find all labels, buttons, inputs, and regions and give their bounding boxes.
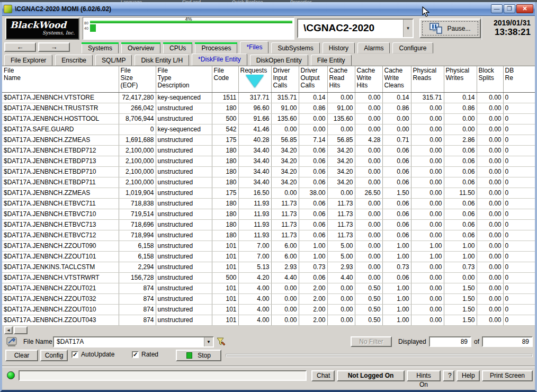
table-row[interactable]: $DAT17A.JENBNCH.ETBDP7102,100,000unstruc… xyxy=(2,166,535,177)
column-header-physical-writes[interactable]: PhysicalWrites xyxy=(444,66,477,92)
cell: 38.00 xyxy=(299,188,327,198)
filter-edit-icon[interactable] xyxy=(216,336,227,347)
tab-processes[interactable]: Processes xyxy=(195,42,237,54)
column-header-cache-read-hits[interactable]: CacheReadHits xyxy=(327,66,355,92)
cell: 0.00 xyxy=(411,135,444,145)
table-row[interactable]: $DAT17A.JENBNCH.ETBVC713718,696unstructu… xyxy=(2,219,535,230)
cell: 500 xyxy=(212,113,238,124)
column-header-requests[interactable]: Requests xyxy=(238,66,271,92)
tab-subsystems[interactable]: SubSystems xyxy=(271,42,319,54)
file-name-value[interactable]: $DAT17A xyxy=(54,337,204,346)
cell: 0.00 xyxy=(355,113,382,124)
table-row[interactable]: $DAT17A.JENBNCH.ETBVC710719,514unstructu… xyxy=(2,209,535,219)
table-row[interactable]: $DAT17A.JENBNCH.ETBDP7132,100,000unstruc… xyxy=(2,156,535,166)
system-select-combo[interactable]: \CGNAC2-2020 ▼ xyxy=(297,19,414,38)
maximize-button[interactable]: ❐ xyxy=(504,4,515,13)
table-header-row: FileNameFileSize(EOF)FileTypeDescription… xyxy=(2,66,535,92)
subtab-diskfile-entity[interactable]: *DiskFile Entity xyxy=(192,54,247,66)
subtab-disk-entity-l-h[interactable]: Disk Entity L/H xyxy=(135,55,189,66)
column-header-physical-reads[interactable]: PhysicalReads xyxy=(411,66,444,92)
close-button[interactable]: ✕ xyxy=(516,4,533,13)
tab-cpus[interactable]: CPUs xyxy=(163,42,192,54)
subtab-diskopen-entity[interactable]: DiskOpen Entity xyxy=(250,55,308,66)
logo-line2: Systems, Inc. xyxy=(10,30,75,35)
not-logged-on-button[interactable]: Not Logged On xyxy=(337,370,405,381)
column-header-cache-write-hits[interactable]: CacheWriteHits xyxy=(355,66,382,92)
hscroll-thumb[interactable] xyxy=(14,326,28,334)
table-row[interactable]: $DAT17A.JENBNCH.ZZOUT032874unstructured1… xyxy=(2,293,535,304)
table-row[interactable]: $DAT17A.JENBNCH.ZZOUT043874unstructured1… xyxy=(2,315,535,325)
tab-configure[interactable]: Configure xyxy=(392,42,433,54)
subtab-file-entity[interactable]: File Entity xyxy=(311,55,352,66)
table-row[interactable]: $DAT17A.JENBNCH.ETBDP7112,100,000unstruc… xyxy=(2,177,535,188)
table-row[interactable]: $DAT17A.JENBNCH.HOSTTOOL8,706,944unstruc… xyxy=(2,113,535,124)
rated-checkbox[interactable]: ✓ Rated xyxy=(132,351,158,358)
cell: 2.00 xyxy=(299,304,327,315)
hscroll-left-arrow[interactable]: ◄ xyxy=(4,326,13,334)
table-row[interactable]: $DAT17A.JENBNCH.ZZOUT0906,158unstructure… xyxy=(2,240,535,251)
nav-right-arrow-button[interactable]: → xyxy=(38,42,70,52)
cell: 0.00 xyxy=(327,315,355,325)
subtab-sql-mp[interactable]: SQL/MP xyxy=(95,55,132,66)
column-header-driver-input-calls[interactable]: DriverInputCalls xyxy=(271,66,299,92)
table-row[interactable]: $DAT17A.JENBNCH.ZZOUT1016,158unstructure… xyxy=(2,251,535,262)
column-header-file-type-description[interactable]: FileTypeDescription xyxy=(156,66,212,92)
checkbox-check[interactable]: ✓ xyxy=(132,351,139,358)
chevron-down-icon[interactable]: ▼ xyxy=(204,337,213,346)
checkbox-check[interactable]: ✓ xyxy=(71,351,78,358)
cpu-busy-meter[interactable]: 80 40 4% xyxy=(83,17,294,40)
meter-percent-label: 4% xyxy=(83,16,294,22)
column-header-file-name[interactable]: FileName xyxy=(2,66,119,92)
cell: 0.73 xyxy=(382,262,411,272)
help-button[interactable]: Help xyxy=(457,370,480,381)
titlebar[interactable]: \CGNAC2-2020 MOMI (6.02/6.02) — ❐ ✕ xyxy=(2,2,535,16)
cell: 1.00 xyxy=(299,240,327,251)
table-row[interactable]: $DAT17A.JENBNCH.ETBVC711718,838unstructu… xyxy=(2,198,535,209)
column-header-file-code[interactable]: FileCode xyxy=(212,66,238,92)
subtab-enscribe[interactable]: Enscribe xyxy=(55,55,93,66)
table-row[interactable]: $DAT17A.JENBNCH.TRUSTSTR266,042unstructu… xyxy=(2,103,535,113)
stop-button[interactable]: Stop xyxy=(176,350,221,361)
clear-button[interactable]: Clear xyxy=(5,350,38,361)
chevron-down-icon[interactable]: ▼ xyxy=(403,20,413,37)
print-screen-button[interactable]: Print Screen xyxy=(482,370,533,381)
diskfile-table: FileNameFileSize(EOF)FileTypeDescription… xyxy=(2,66,535,326)
cell: 11.73 xyxy=(327,198,355,209)
chat-button[interactable]: Chat xyxy=(311,370,335,381)
table-row[interactable]: $DAT17A.JENBNCH.ZZOUT010874unstructured1… xyxy=(2,304,535,315)
hints-on-button[interactable]: Hints On xyxy=(407,370,441,381)
autoupdate-checkbox[interactable]: ✓ AutoUpdate xyxy=(71,351,114,358)
question-button[interactable]: ? xyxy=(443,370,454,381)
table-row[interactable]: $DAT17A.SAFE.GUARD0key-sequenced54241.46… xyxy=(2,124,535,135)
cell: 0.00 xyxy=(355,166,382,177)
column-header-driver-output-calls[interactable]: DriverOutputCalls xyxy=(299,66,327,92)
file-name-combo[interactable]: $DAT17A ▼ xyxy=(53,336,214,348)
window-title: \CGNAC2-2020 MOMI (6.02/6.02) xyxy=(15,5,490,13)
tab-files[interactable]: *Files xyxy=(240,41,268,54)
cell: 0.00 xyxy=(299,124,327,135)
tab-overview[interactable]: Overview xyxy=(121,42,160,54)
running-led-icon xyxy=(186,352,192,359)
tab-history[interactable]: History xyxy=(323,42,355,54)
pause-button[interactable]: Pause... xyxy=(419,19,481,38)
tab-alarms[interactable]: Alarms xyxy=(357,42,390,54)
table-row[interactable]: $DAT17A.JENBNCH.VTSTRWRT156,728unstructu… xyxy=(2,272,535,283)
minimize-button[interactable]: — xyxy=(491,4,503,13)
tool-icon[interactable] xyxy=(5,335,18,348)
config-button[interactable]: Config xyxy=(40,350,68,361)
table-row[interactable]: $DAT17A.JENBNCH.ETBVC712718,994unstructu… xyxy=(2,230,535,240)
table-row[interactable]: $DAT17A.JENBNCH.ZZMEAS1,019,904unstructu… xyxy=(2,188,535,198)
column-header-cache-write-cleans[interactable]: CacheWriteCleans xyxy=(382,66,411,92)
subtab-file-explorer[interactable]: File Explorer xyxy=(4,55,52,66)
table-row[interactable]: $DAT17A.JENBNCH.ZZMEAS1,691,688unstructu… xyxy=(2,135,535,145)
cell: unstructured xyxy=(156,177,212,188)
column-header-block-splits[interactable]: BlockSplits xyxy=(477,66,503,92)
table-row[interactable]: $DAT17A.JENBNCH.ZZOUT021874unstructured1… xyxy=(2,283,535,293)
tab-systems[interactable]: Systems xyxy=(82,42,119,54)
nav-left-arrow-button[interactable]: ← xyxy=(4,42,36,52)
table-row[interactable]: $DAT17A.JENBNCH.VTSTORE72,417,280key-seq… xyxy=(2,92,535,103)
table-row[interactable]: $DAT17A.JENBNCH.ETBDP7122,100,000unstruc… xyxy=(2,145,535,156)
table-row[interactable]: $DAT17A.JENKINS.TACLCSTM2,294unstructure… xyxy=(2,262,535,272)
column-header-db-re[interactable]: DBRe xyxy=(503,66,535,92)
column-header-file-size-(eof)[interactable]: FileSize(EOF) xyxy=(119,66,156,92)
